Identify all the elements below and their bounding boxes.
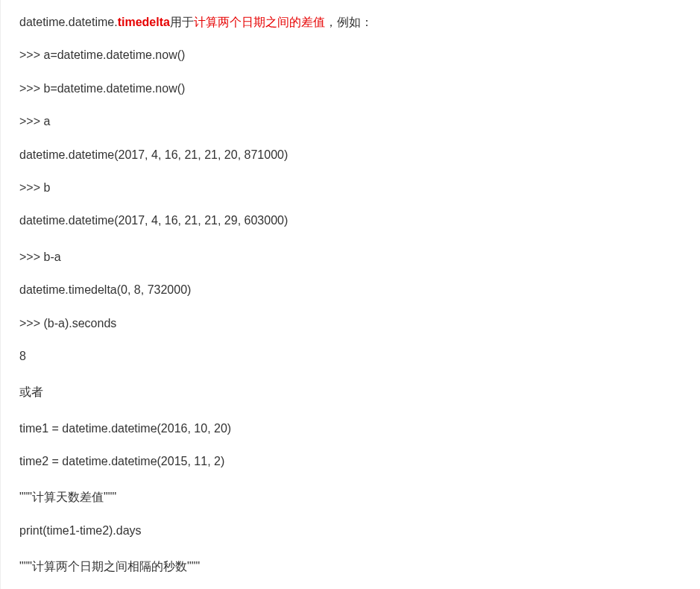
code-line: datetime.datetime(2017, 4, 16, 21, 21, 2… [19,144,681,166]
code-line: >>> a [19,110,681,133]
code-line: 或者 [19,381,681,403]
code-line: 8 [19,345,681,368]
code-line: datetime.timedelta(0, 8, 732000) [19,279,681,301]
code-line: datetime.datetime(2017, 4, 16, 21, 21, 2… [19,210,681,232]
text-block-or: 或者 [19,381,681,403]
code-block-2: >>> b-a datetime.timedelta(0, 8, 732000)… [19,246,681,368]
code-line: >>> a=datetime.datetime.now() [19,44,681,66]
code-block-1: >>> a=datetime.datetime.now() >>> b=date… [19,44,681,232]
intro-keyword: timedelta [118,16,170,28]
code-line: """计算两个日期之间相隔的秒数""" [19,555,681,578]
code-line: >>> (b-a).seconds [19,312,681,335]
document-content: datetime.datetime.timedelta用于计算两个日期之间的差值… [0,0,700,589]
code-block-3: time1 = datetime.datetime(2016, 10, 20) … [19,418,681,473]
code-line: time1 = datetime.datetime(2016, 10, 20) [19,418,681,440]
code-line: >>> b=datetime.datetime.now() [19,78,681,100]
intro-suffix: ，例如： [325,16,373,28]
code-block-5: """计算两个日期之间相隔的秒数""" print (time1-time2).… [19,555,681,589]
code-line: >>> b [19,177,681,199]
intro-highlight: 计算两个日期之间的差值 [194,16,325,28]
code-line: time2 = datetime.datetime(2015, 11, 2) [19,450,681,473]
code-line: """计算天数差值""" [19,486,681,508]
intro-mid: 用于 [170,16,194,28]
code-line: >>> b-a [19,246,681,268]
code-line: print(time1-time2).days [19,520,681,542]
intro-prefix: datetime.datetime. [19,16,118,28]
intro-paragraph: datetime.datetime.timedelta用于计算两个日期之间的差值… [19,11,681,34]
code-block-4: """计算天数差值""" print(time1-time2).days [19,486,681,542]
